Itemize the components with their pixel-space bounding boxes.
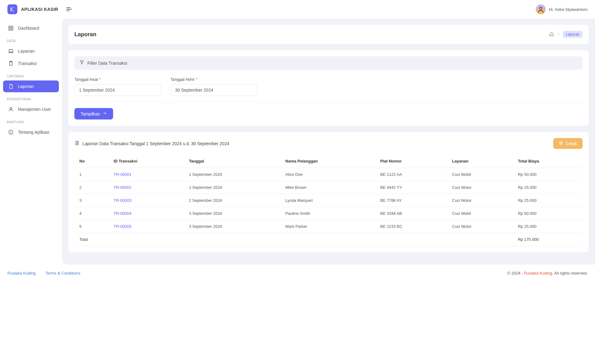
cell-nama: Mark Parker (280, 220, 375, 233)
page-title: Laporan (74, 31, 96, 38)
cell-total: Rp 50.000 (513, 207, 583, 220)
report-table: No ID Transaksi Tanggal Nama Pelanggan P… (74, 154, 583, 246)
table-row: 4TR-000043 September 2024Pauline SmithBE… (74, 207, 583, 220)
svg-rect-2 (11, 26, 13, 28)
topbar-left: APLIKASI KASIR (7, 4, 72, 14)
footer-left: Pustaka Koding Terms & Conditions (7, 271, 89, 275)
sidebar-item-layanan[interactable]: Layanan (3, 45, 59, 57)
cell-no: 1 (74, 168, 108, 181)
footer-right: © 2024 - Pustaka Koding. All rights rese… (507, 271, 588, 275)
footer: Pustaka Koding Terms & Conditions © 2024… (0, 265, 595, 282)
user-greeting: Hi, Indra Styawantoro (549, 7, 588, 12)
dashboard-icon (8, 25, 14, 31)
cell-id[interactable]: TR-00004 (108, 207, 184, 220)
page-header-card: Laporan Laporan (68, 25, 589, 44)
cell-id[interactable]: TR-00002 (108, 181, 184, 194)
breadcrumb: Laporan (549, 31, 583, 38)
col-layanan: Layanan (447, 154, 513, 168)
cell-plat: BE 3344 AB (375, 207, 447, 220)
table-row: 1TR-000011 September 2024Alice DoeBE 112… (74, 168, 583, 181)
table-row: 5TR-000053 September 2024Mark ParkerBE 2… (74, 220, 583, 233)
cell-no: 2 (74, 181, 108, 194)
col-no: No (74, 154, 108, 168)
sidebar-item-dashboard[interactable]: Dashboard (3, 22, 59, 34)
document-icon (8, 84, 14, 89)
filter-end-field: Tanggal Akhir * (170, 77, 257, 96)
cell-tanggal: 3 September 2024 (184, 220, 280, 233)
app-logo[interactable] (7, 4, 17, 14)
cell-nama: Mike Brown (280, 181, 375, 194)
topbar-right[interactable]: Hi, Indra Styawantoro (536, 4, 588, 14)
breadcrumb-current: Laporan (563, 31, 583, 38)
sidebar-item-manajemen-user[interactable]: Manajemen User (3, 103, 59, 115)
sidebar-section-pengaturan: PENGATURAN (0, 93, 62, 103)
user-avatar[interactable] (536, 4, 546, 14)
filter-start-label: Tanggal Awal * (74, 77, 161, 82)
menu-toggle-icon[interactable] (66, 7, 72, 11)
report-title: Laporan Data Transaksi Tanggal 1 Septemb… (74, 141, 229, 146)
cell-total: Rp 25.000 (513, 181, 583, 194)
sidebar-item-laporan[interactable]: Laporan (3, 80, 59, 92)
app-name: APLIKASI KASIR (21, 7, 58, 12)
cell-id[interactable]: TR-00005 (108, 220, 184, 233)
cell-plat: BE 2233 BC (375, 220, 447, 233)
home-icon[interactable] (549, 32, 554, 37)
info-icon (8, 129, 14, 135)
col-total: Total Biaya (513, 154, 583, 168)
file-icon (74, 141, 79, 146)
filter-card: Filter Data Transaksi Tanggal Awal * Tan… (68, 50, 589, 126)
svg-point-8 (10, 107, 12, 109)
sidebar-item-label: Dashboard (18, 26, 39, 31)
sidebar-item-tentang[interactable]: Tentang Aplikasi (3, 126, 59, 138)
footer-link-terms[interactable]: Terms & Conditions (45, 271, 80, 275)
filter-header-text: Filter Data Transaksi (87, 61, 127, 66)
print-button[interactable]: Cetak (553, 138, 583, 149)
main-content: Laporan Laporan Filter Data Transaksi Ta… (62, 19, 595, 265)
cell-plat: BE 1122 AA (375, 168, 447, 181)
col-plat: Plat Nomor (375, 154, 447, 168)
total-label: Total (74, 233, 513, 246)
sidebar-section-data: DATA (0, 35, 62, 45)
cell-id[interactable]: TR-00001 (108, 168, 184, 181)
cell-tanggal: 1 September 2024 (184, 181, 280, 194)
sidebar-item-label: Manajemen User (18, 107, 51, 112)
svg-rect-4 (11, 29, 13, 30)
svg-rect-1 (9, 26, 10, 28)
sidebar-item-transaksi[interactable]: Transaksi (3, 58, 59, 69)
table-total-row: Total Rp 175.000 (74, 233, 583, 246)
cell-no: 5 (74, 220, 108, 233)
end-date-input[interactable] (170, 84, 257, 96)
sidebar-item-label: Transaksi (18, 61, 37, 66)
total-value: Rp 175.000 (513, 233, 583, 246)
sidebar-item-label: Laporan (18, 84, 34, 89)
svg-rect-5 (9, 50, 13, 52)
cell-tanggal: 2 September 2024 (184, 194, 280, 207)
cell-id[interactable]: TR-00003 (108, 194, 184, 207)
copyright-prefix: © 2024 - (507, 271, 524, 275)
divider (74, 102, 583, 102)
cell-layanan: Cuci Motor (447, 220, 513, 233)
col-tanggal: Tanggal (184, 154, 280, 168)
printer-icon (559, 141, 563, 146)
cell-no: 3 (74, 194, 108, 207)
submit-button-label: Tampilkan (81, 111, 100, 116)
cell-nama: Pauline Smith (280, 207, 375, 220)
user-icon (8, 106, 14, 112)
start-date-input[interactable] (74, 84, 161, 96)
table-row: 2TR-000021 September 2024Mike BrownBE 44… (74, 181, 583, 194)
report-header: Laporan Data Transaksi Tanggal 1 Septemb… (74, 138, 583, 149)
cell-layanan: Cuci Motor (447, 194, 513, 207)
cell-plat: BE 7788 AY (375, 194, 447, 207)
svg-rect-3 (9, 29, 10, 30)
cell-layanan: Cuci Mobil (447, 168, 513, 181)
footer-link-pustaka[interactable]: Pustaka Koding (7, 271, 36, 275)
clipboard-icon (8, 61, 14, 66)
sidebar-item-label: Tentang Aplikasi (18, 130, 49, 135)
cell-total: Rp 25.000 (513, 194, 583, 207)
cell-tanggal: 1 September 2024 (184, 168, 280, 181)
cell-tanggal: 3 September 2024 (184, 207, 280, 220)
cell-layanan: Cuci Motor (447, 181, 513, 194)
topbar: APLIKASI KASIR Hi, Indra Styawantoro (0, 0, 595, 19)
sidebar-item-label: Layanan (18, 49, 35, 54)
submit-button[interactable]: Tampilkan (74, 108, 113, 119)
